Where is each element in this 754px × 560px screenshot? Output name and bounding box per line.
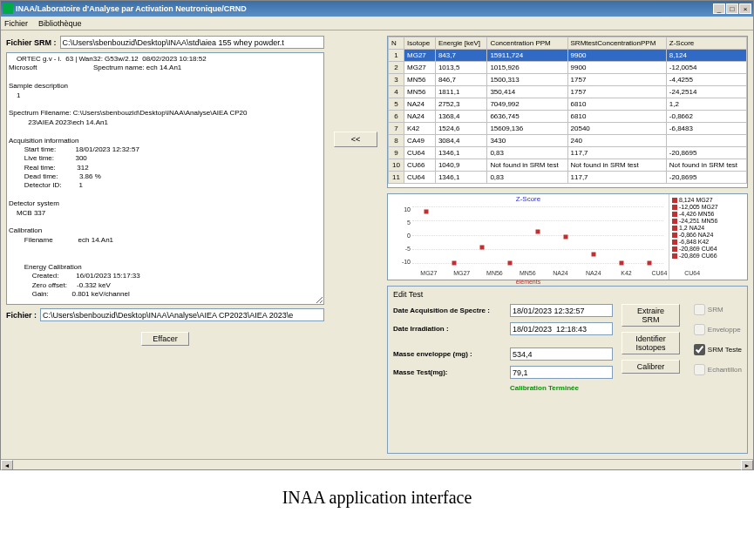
table-row[interactable]: 3MN56846,71500,3131757-4,4255: [389, 74, 747, 86]
table-row[interactable]: 5NA242752,37049,99268101,2: [389, 98, 747, 111]
chart-ytick: -5: [393, 246, 411, 252]
masse-test-input[interactable]: [510, 366, 613, 379]
chart-point: [508, 261, 513, 266]
chart-legend: 8,124 MG27-12,005 MG27-4,426 MN56-24,251…: [669, 194, 747, 280]
masse-env-label: Masse enveloppe (mg) :: [393, 350, 506, 358]
table-row[interactable]: 6NA241368,46636,7456810-0,8662: [389, 111, 747, 123]
menu-library[interactable]: Bibliothèque: [38, 19, 82, 28]
srm-file-input[interactable]: [60, 36, 324, 49]
figure-caption: INAA application interface: [0, 488, 754, 508]
srm-teste-checkbox[interactable]: SRM Teste: [694, 344, 742, 355]
grid-column-header[interactable]: Z-Score: [666, 37, 746, 50]
minimize-button[interactable]: _: [713, 3, 725, 14]
chart-ytick: 5: [393, 219, 411, 226]
chart-ytick: 10: [393, 206, 411, 213]
table-row[interactable]: 11CU641346,10,83117,7-20,8695: [389, 172, 747, 184]
chart-xlabel: éléments: [516, 279, 540, 285]
transfer-left-button[interactable]: <<: [334, 132, 377, 147]
date-irr-label: Date Irradiation :: [393, 325, 506, 333]
chart-xtick: K42: [621, 270, 631, 276]
masse-env-input[interactable]: [510, 347, 613, 361]
chart-title: Z-Score: [516, 195, 540, 203]
table-row[interactable]: 10CU661040,9Not found in SRM testNot fou…: [389, 159, 747, 172]
table-row[interactable]: 9CU641346,10,83117,7-20,8695: [389, 147, 747, 159]
maximize-button[interactable]: □: [726, 3, 738, 14]
table-row[interactable]: 8CA493084,43430240: [389, 135, 747, 147]
isotope-grid[interactable]: NIsotopeEnergie [keV]Concentration PPMSR…: [387, 36, 748, 188]
chart-xtick: CU64: [651, 270, 667, 276]
grid-column-header[interactable]: Concentration PPM: [487, 37, 567, 50]
edit-test-panel: Edit Test Date Acquisition de Spectre : …: [387, 286, 748, 454]
legend-item: 8,124 MG27: [672, 197, 744, 203]
chart-ytick: -10: [393, 259, 411, 265]
chart-xtick: NA24: [553, 270, 568, 276]
calibrate-button[interactable]: Calibrer: [622, 360, 680, 374]
horizontal-scrollbar[interactable]: ◄ ►: [1, 459, 753, 469]
chart-xtick: CU64: [684, 270, 700, 276]
fichier-label: Fichier :: [6, 311, 37, 320]
chart-point: [592, 252, 596, 256]
grid-column-header[interactable]: Isotope: [404, 37, 436, 50]
zscore-chart: Z-Score éléments 1050-5-10MG27MG27MN56MN…: [387, 193, 748, 280]
app-icon: [3, 3, 13, 14]
echantillon-checkbox[interactable]: Echantillon: [694, 364, 742, 375]
chart-point: [620, 261, 624, 266]
spectrum-report[interactable]: [6, 52, 324, 305]
table-row[interactable]: 7K421524,615609,13620540-6,8483: [389, 123, 747, 135]
grid-column-header[interactable]: Energie [keV]: [435, 37, 486, 50]
chart-point: [648, 261, 652, 266]
legend-item: 1,2 NA24: [672, 225, 744, 231]
effacer-button[interactable]: Effacer: [141, 332, 188, 346]
menubar: Fichier Bibliothèque: [1, 17, 753, 30]
fichier-input[interactable]: [40, 308, 324, 321]
titlebar: INAA/Laboratoire d'Analyse par Activatio…: [1, 1, 753, 17]
date-acq-label: Date Acquisition de Spectre :: [393, 307, 506, 314]
scroll-right-button[interactable]: ►: [741, 460, 753, 470]
calibration-status: Calibration Terminée: [510, 384, 613, 392]
legend-item: -24,251 MN56: [672, 218, 744, 224]
legend-item: -12,005 MG27: [672, 204, 744, 210]
chart-point: [564, 235, 568, 240]
edit-test-title: Edit Test: [393, 290, 742, 299]
identify-isotopes-button[interactable]: Identifier Isotopes: [622, 332, 680, 354]
window-title: INAA/Laboratoire d'Analyse par Activatio…: [16, 4, 713, 13]
srm-file-label: Fichier SRM :: [6, 38, 57, 47]
enveloppe-checkbox[interactable]: Enveloppe: [694, 324, 742, 335]
menu-file[interactable]: Fichier: [4, 19, 28, 28]
date-acq-input[interactable]: [510, 304, 613, 317]
legend-item: -20,869 CU66: [672, 253, 744, 259]
chart-ytick: 0: [393, 233, 411, 239]
chart-point: [452, 261, 457, 266]
chart-point: [536, 229, 540, 233]
grid-column-header[interactable]: N: [389, 37, 404, 50]
legend-item: -0,866 NA24: [672, 232, 744, 238]
chart-xtick: MN56: [486, 270, 503, 276]
chart-xtick: MN56: [520, 270, 536, 276]
srm-checkbox[interactable]: SRM: [694, 304, 742, 315]
chart-xtick: MG27: [453, 270, 470, 276]
chart-xtick: NA24: [586, 270, 601, 276]
legend-item: -4,426 MN56: [672, 211, 744, 217]
legend-item: -6,848 K42: [672, 239, 744, 245]
table-row[interactable]: 4MN561811,1350,4141757-24,2514: [389, 86, 747, 98]
date-irr-input[interactable]: [510, 322, 613, 335]
close-button[interactable]: ×: [739, 3, 751, 14]
scroll-left-button[interactable]: ◄: [1, 460, 13, 470]
grid-column-header[interactable]: SRMtestConcentrationPPM: [567, 37, 666, 50]
chart-point: [480, 245, 485, 249]
table-row[interactable]: 1MG27843,715911,72499008,124: [389, 50, 747, 62]
chart-xtick: MG27: [420, 270, 437, 276]
legend-item: -20,869 CU64: [672, 246, 744, 252]
window-buttons: _ □ ×: [713, 3, 751, 14]
chart-point: [425, 210, 429, 214]
app-window: INAA/Laboratoire d'Analyse par Activatio…: [0, 0, 754, 470]
masse-test-label: Masse Test(mg):: [393, 368, 506, 376]
extract-srm-button[interactable]: Extraire SRM: [622, 304, 680, 327]
table-row[interactable]: 2MG271013,51015,9269900-12,0054: [389, 62, 747, 74]
